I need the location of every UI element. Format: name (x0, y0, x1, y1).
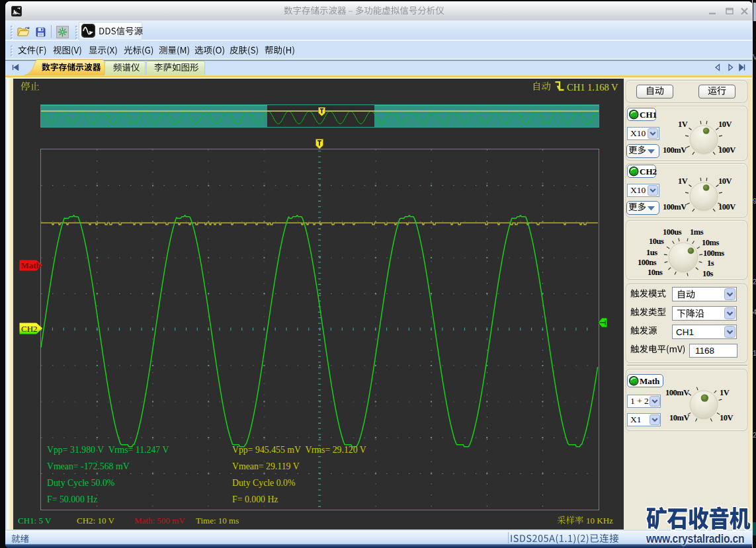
svg-text:CH2: CH2 (21, 324, 38, 334)
svg-text:Math: Math (21, 260, 42, 270)
